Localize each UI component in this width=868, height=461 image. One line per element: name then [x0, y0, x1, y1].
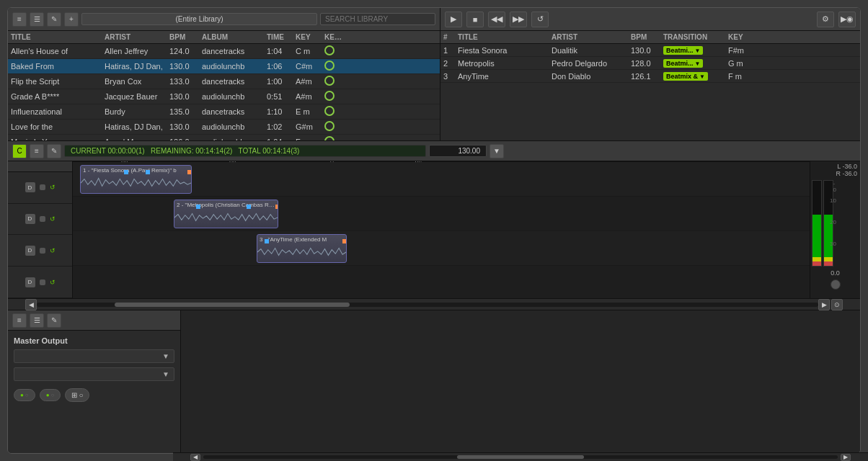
vu-green-left	[812, 215, 821, 257]
vu-knob[interactable]	[831, 279, 841, 290]
dropdown-arrow-icon[interactable]: ▼	[699, 73, 705, 80]
vu-label-right: R -36.0	[812, 170, 859, 177]
loop-btn[interactable]: ↺	[531, 12, 549, 27]
track-key: E m	[293, 107, 322, 116]
timeline-scrollbar[interactable]: ◀ ▶ ⊙	[8, 298, 860, 310]
speaker-btn[interactable]: ▶◉	[838, 12, 856, 27]
dropdown-arrow-icon[interactable]: ▼	[695, 61, 701, 67]
bpm-down-btn[interactable]: ▼	[490, 144, 504, 158]
track-time: 1:04	[264, 47, 293, 55]
timeline-status: CURRENT 00:00:00(1) REMAINING: 00:14:14(…	[64, 145, 426, 157]
remaining-time: REMAINING: 00:14:14(2)	[151, 147, 232, 155]
ptrack-key: G m	[725, 59, 754, 68]
master-grid-btn[interactable]: ≡	[12, 313, 27, 328]
track-arrow-3: ↺	[50, 247, 56, 254]
library-row[interactable]: Allen's House of Allen Jeffrey 124.0 dan…	[8, 44, 440, 59]
ptrack-bpm: 130.0	[628, 46, 660, 55]
list-view-btn[interactable]: ☰	[30, 12, 44, 27]
config-btn[interactable]: ⊞ ○	[65, 388, 89, 402]
playlist-row[interactable]: 1 Fiesta Sonora Dualitik 130.0 Beatmi...…	[440, 44, 860, 57]
bottom-scroll-left-btn[interactable]: ◀	[190, 454, 200, 455]
play-btn[interactable]: ▶	[445, 12, 462, 27]
timeline-row-4	[73, 266, 810, 298]
beat-dot-7	[265, 239, 269, 243]
library-row[interactable]: Influenzational Burdy 135.0 dancetracks …	[8, 104, 440, 120]
track-album: audiolunchb	[199, 122, 264, 131]
scroll-right-btn[interactable]: ▶	[818, 299, 830, 310]
edit-btn[interactable]: ✎	[47, 12, 61, 27]
track-keycode	[322, 76, 347, 87]
track-keycode	[322, 91, 347, 102]
prev-btn[interactable]: ◀◀	[488, 12, 505, 27]
beat-dot-4	[196, 205, 200, 209]
grid-view-btn[interactable]: ≡	[12, 12, 27, 27]
list-icon: ☰	[34, 15, 40, 23]
add-btn[interactable]: +	[64, 12, 79, 27]
track-artist: Bryan Cox	[102, 77, 167, 86]
track-indicator-4	[40, 279, 45, 285]
playlist-row[interactable]: 2 Metropolis Pedro Delgardo 128.0 Beatmi…	[440, 57, 860, 70]
timeline-grid-btn[interactable]: C	[12, 144, 27, 158]
track-artist: Allen Jeffrey	[102, 47, 167, 55]
master-dropdown-1-arrow: ▼	[162, 352, 169, 360]
vu-bars: - 0 10 20 30	[812, 180, 859, 267]
beat-dot-5	[247, 205, 251, 209]
transition-badge: Beatmi... ▼	[663, 46, 703, 55]
bottom-scroll-right-btn[interactable]: ▶	[841, 454, 851, 455]
timeline-config-btn[interactable]: ⊙	[831, 299, 843, 310]
bottom-scrollbar[interactable]: ◀ ▶	[173, 452, 861, 454]
track-key: C m	[293, 47, 322, 55]
ptrack-key: F m	[725, 72, 754, 81]
master-dropdown-2-arrow: ▼	[162, 370, 169, 378]
track-time: 1:02	[264, 122, 293, 131]
library-row[interactable]: Love for the Hatiras, DJ Dan, 130.0 audi…	[8, 120, 440, 135]
beat-dot-1	[124, 170, 128, 174]
col-header-title: TITLE	[8, 33, 102, 41]
next-icon: ▶▶	[513, 14, 524, 24]
timeline-edit-btn[interactable]: ✎	[47, 144, 61, 158]
library-row[interactable]: Grade A B**** Jacquez Bauer 130.0 audiol…	[8, 89, 440, 104]
timeline-scrollbar-track[interactable]	[37, 303, 818, 307]
ptrack-key: F#m	[725, 46, 754, 55]
track-block-2[interactable]: 2 - "Metropolis (Christian Cambas Remix)…	[174, 200, 278, 228]
settings-btn[interactable]: ⚙	[817, 12, 834, 27]
next-btn[interactable]: ▶▶	[510, 12, 527, 27]
track-bpm: 124.0	[167, 47, 199, 55]
library-row[interactable]: Flip the Script Bryan Cox 133.0 dancetra…	[8, 74, 440, 89]
library-panel: ≡ ☰ ✎ + (Entire Library) TITLE ARTIST	[8, 8, 440, 140]
dropdown-arrow-icon[interactable]: ▼	[695, 48, 701, 54]
pcol-header-num: #	[440, 33, 455, 41]
track-block-3[interactable]: 3 - "AnyTime (Extended M	[257, 234, 347, 263]
master-controls: ● ○ ● ○ ⊞ ○	[14, 388, 174, 402]
timeline-list-btn[interactable]: ≡	[30, 144, 44, 158]
search-input[interactable]	[320, 13, 435, 25]
track-block-1[interactable]: 1 - "Fiesta Sonora (A.Paul Remix)" b	[80, 165, 192, 194]
track-icon-2: D	[25, 214, 35, 224]
track-album: dancetracks	[199, 47, 264, 55]
bpm-display[interactable]: 130.00	[429, 145, 487, 157]
master-dropdown-1[interactable]: ▼	[14, 349, 174, 363]
play-icon: ▶	[451, 14, 456, 24]
library-dropdown[interactable]: (Entire Library)	[81, 13, 317, 25]
library-row[interactable]: Music Is Your Angel Moraes 126.0 audiolu…	[8, 135, 440, 140]
track-arrow-2: ↺	[50, 215, 56, 223]
waveform-2	[174, 210, 278, 225]
scroll-left-btn[interactable]: ◀	[25, 299, 37, 310]
pcol-header-key: KEY	[725, 33, 754, 41]
master-list-btn[interactable]: ☰	[30, 313, 44, 328]
timeline-scrollbar-thumb[interactable]	[115, 303, 349, 307]
track-keycode	[322, 45, 347, 57]
master-dropdown-2[interactable]: ▼	[14, 367, 174, 381]
record-btn-1[interactable]: ● ○	[14, 389, 35, 401]
stop-btn[interactable]: ■	[466, 12, 484, 27]
prev-icon: ◀◀	[491, 14, 502, 24]
library-row[interactable]: Baked From Hatiras, DJ Dan, 130.0 audiol…	[8, 59, 440, 74]
playlist-row[interactable]: 3 AnyTime Don Diablo 126.1 Beatmix & ▼ F…	[440, 70, 860, 83]
transition-badge: Beatmix & ▼	[663, 72, 708, 81]
monitor-btn[interactable]: ● ○	[40, 389, 61, 401]
master-edit-btn[interactable]: ✎	[47, 313, 61, 328]
main-container: ≡ ☰ ✎ + (Entire Library) TITLE ARTIST	[7, 7, 861, 454]
timeline-section: C ≡ ✎ CURRENT 00:00:00(1) REMAINING: 00:…	[8, 141, 860, 310]
bpm-marker-4: ↓ 126.07	[383, 297, 408, 298]
track-label-2: D ↺	[8, 204, 72, 236]
